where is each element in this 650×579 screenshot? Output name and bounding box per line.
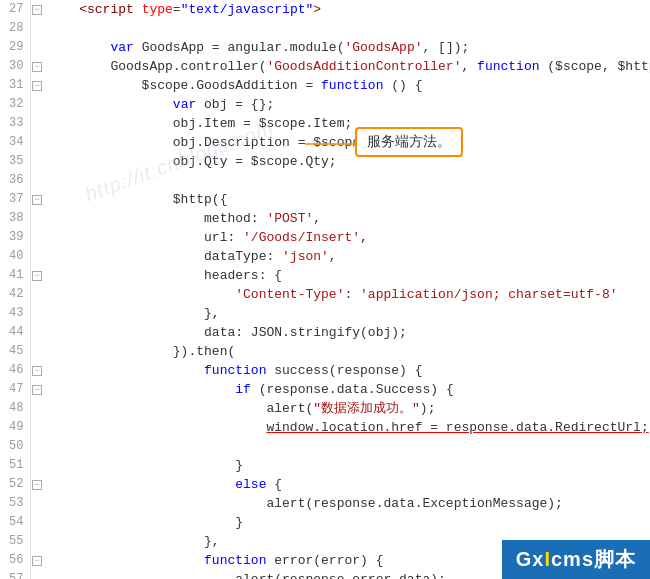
code-line-content: $scope.GoodsAddition = function () { — [44, 76, 650, 95]
line-number: 38 — [0, 209, 30, 228]
fold-icon[interactable]: − — [32, 62, 42, 72]
fold-toggle — [30, 418, 44, 437]
code-line-content: var obj = {}; — [44, 95, 650, 114]
line-number: 48 — [0, 399, 30, 418]
code-line-content — [44, 171, 650, 190]
line-number: 29 — [0, 38, 30, 57]
code-line-content: }).then( — [44, 342, 650, 361]
line-number: 46 — [0, 361, 30, 380]
code-line-content: window.location.href = response.data.Red… — [44, 418, 650, 437]
fold-toggle[interactable]: − — [30, 266, 44, 285]
fold-icon[interactable]: − — [32, 385, 42, 395]
fold-toggle — [30, 323, 44, 342]
code-line-content: if (response.data.Success) { — [44, 380, 650, 399]
fold-toggle — [30, 570, 44, 579]
line-number: 35 — [0, 152, 30, 171]
fold-toggle — [30, 456, 44, 475]
code-line-content: 'Content-Type': 'application/json; chars… — [44, 285, 650, 304]
fold-toggle — [30, 19, 44, 38]
code-line-content: headers: { — [44, 266, 650, 285]
line-number: 39 — [0, 228, 30, 247]
code-table: 27− <script type="text/javascript">2829 … — [0, 0, 650, 579]
code-line-content: <script type="text/javascript"> — [44, 0, 650, 19]
code-line-content: } — [44, 513, 650, 532]
line-number: 50 — [0, 437, 30, 456]
code-line-content: alert(response.data.ExceptionMessage); — [44, 494, 650, 513]
fold-toggle[interactable]: − — [30, 57, 44, 76]
fold-toggle[interactable]: − — [30, 361, 44, 380]
fold-icon[interactable]: − — [32, 480, 42, 490]
code-editor: http://it.cnblogs.com 27− <script type="… — [0, 0, 650, 579]
line-number: 47 — [0, 380, 30, 399]
fold-toggle — [30, 494, 44, 513]
fold-toggle[interactable]: − — [30, 475, 44, 494]
line-number: 54 — [0, 513, 30, 532]
line-number: 56 — [0, 551, 30, 570]
fold-toggle — [30, 513, 44, 532]
brand-badge: GxIcms脚本 — [502, 540, 650, 579]
fold-toggle — [30, 532, 44, 551]
brand-rest: cms脚本 — [551, 548, 636, 570]
line-number: 31 — [0, 76, 30, 95]
code-line-content: $http({ — [44, 190, 650, 209]
fold-toggle[interactable]: − — [30, 380, 44, 399]
fold-toggle[interactable]: − — [30, 190, 44, 209]
fold-icon[interactable]: − — [32, 366, 42, 376]
fold-toggle — [30, 114, 44, 133]
line-number: 49 — [0, 418, 30, 437]
fold-icon[interactable]: − — [32, 81, 42, 91]
fold-toggle — [30, 342, 44, 361]
fold-toggle[interactable]: − — [30, 551, 44, 570]
callout-annotation: 服务端方法。 — [355, 127, 463, 157]
fold-toggle — [30, 437, 44, 456]
line-number: 52 — [0, 475, 30, 494]
line-number: 53 — [0, 494, 30, 513]
line-number: 27 — [0, 0, 30, 19]
code-line-content: dataType: 'json', — [44, 247, 650, 266]
line-number: 51 — [0, 456, 30, 475]
fold-icon[interactable]: − — [32, 5, 42, 15]
fold-toggle — [30, 95, 44, 114]
fold-toggle — [30, 304, 44, 323]
code-line-content: }, — [44, 304, 650, 323]
line-number: 33 — [0, 114, 30, 133]
code-line-content: function success(response) { — [44, 361, 650, 380]
line-number: 37 — [0, 190, 30, 209]
line-number: 44 — [0, 323, 30, 342]
line-number: 34 — [0, 133, 30, 152]
fold-toggle — [30, 152, 44, 171]
callout-arrow-svg — [305, 129, 355, 159]
fold-toggle — [30, 133, 44, 152]
line-number: 36 — [0, 171, 30, 190]
fold-toggle — [30, 228, 44, 247]
brand-gx: Gx — [516, 548, 545, 570]
code-line-content: else { — [44, 475, 650, 494]
fold-toggle — [30, 399, 44, 418]
fold-icon[interactable]: − — [32, 271, 42, 281]
line-number: 28 — [0, 19, 30, 38]
line-number: 42 — [0, 285, 30, 304]
code-line-content: url: '/Goods/Insert', — [44, 228, 650, 247]
code-line-content: method: 'POST', — [44, 209, 650, 228]
code-line-content: GoodsApp.controller('GoodsAdditionContro… — [44, 57, 650, 76]
code-line-content: data: JSON.stringify(obj); — [44, 323, 650, 342]
fold-icon[interactable]: − — [32, 556, 42, 566]
fold-toggle — [30, 285, 44, 304]
code-line-content — [44, 437, 650, 456]
line-number: 40 — [0, 247, 30, 266]
fold-toggle — [30, 38, 44, 57]
fold-toggle — [30, 209, 44, 228]
code-line-content: alert("数据添加成功。"); — [44, 399, 650, 418]
fold-icon[interactable]: − — [32, 195, 42, 205]
line-number: 30 — [0, 57, 30, 76]
fold-toggle[interactable]: − — [30, 0, 44, 19]
line-number: 43 — [0, 304, 30, 323]
line-number: 45 — [0, 342, 30, 361]
fold-toggle — [30, 247, 44, 266]
code-line-content — [44, 19, 650, 38]
code-line-content: } — [44, 456, 650, 475]
code-line-content: var GoodsApp = angular.module('GoodsApp'… — [44, 38, 650, 57]
fold-toggle — [30, 171, 44, 190]
fold-toggle[interactable]: − — [30, 76, 44, 95]
line-number: 57 — [0, 570, 30, 579]
